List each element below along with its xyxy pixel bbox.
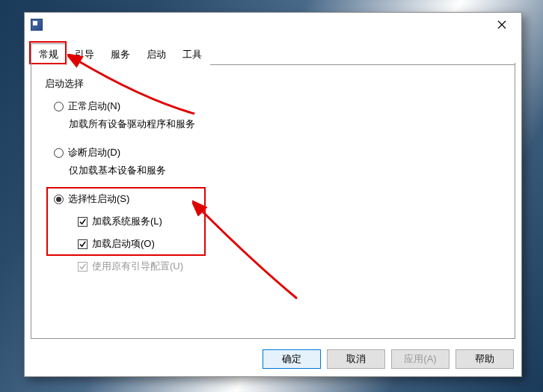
titlebar bbox=[25, 13, 521, 37]
radio-icon bbox=[54, 148, 64, 158]
button-label: 取消 bbox=[346, 352, 366, 366]
button-label: 确定 bbox=[282, 352, 301, 366]
content-area: 常规 引导 服务 启动 工具 启动选择 正常启动(N) 加载所有设备驱动程序和服… bbox=[31, 43, 515, 339]
checkbox-label: 加载启动项(O) bbox=[92, 237, 155, 251]
checkbox-load-system-services[interactable]: 加载系统服务(L) bbox=[78, 215, 504, 228]
tab-label: 启动 bbox=[147, 49, 166, 60]
tab-services[interactable]: 服务 bbox=[102, 43, 138, 65]
radio-label: 正常启动(N) bbox=[68, 99, 120, 113]
tab-panel-general: 启动选择 正常启动(N) 加载所有设备驱动程序和服务 诊断启动(D) 仅加载基本… bbox=[31, 63, 515, 339]
checkbox-use-original-boot: 使用原有引导配置(U) bbox=[78, 260, 504, 273]
checkbox-load-startup-items[interactable]: 加载启动项(O) bbox=[78, 237, 504, 251]
cancel-button[interactable]: 取消 bbox=[327, 349, 385, 369]
close-button[interactable] bbox=[485, 14, 518, 35]
diagnostic-startup-desc: 仅加载基本设备和服务 bbox=[69, 164, 504, 177]
checkbox-label: 使用原有引导配置(U) bbox=[92, 260, 183, 273]
tab-label: 工具 bbox=[182, 49, 202, 60]
tab-label: 常规 bbox=[39, 49, 58, 60]
radio-label: 选择性启动(S) bbox=[68, 192, 129, 206]
radio-diagnostic-startup[interactable]: 诊断启动(D) bbox=[54, 146, 504, 159]
checkbox-label: 加载系统服务(L) bbox=[92, 215, 162, 228]
app-icon bbox=[31, 19, 43, 31]
normal-startup-desc: 加载所有设备驱动程序和服务 bbox=[69, 117, 504, 131]
group-title: 启动选择 bbox=[42, 78, 87, 89]
radio-label: 诊断启动(D) bbox=[68, 146, 120, 159]
button-label: 应用(A) bbox=[404, 352, 436, 366]
radio-icon bbox=[54, 195, 64, 204]
ok-button[interactable]: 确定 bbox=[263, 349, 321, 369]
dialog-button-row: 确定 取消 应用(A) 帮助 bbox=[25, 349, 514, 369]
tab-boot[interactable]: 引导 bbox=[67, 43, 102, 65]
tab-strip: 常规 引导 服务 启动 工具 bbox=[31, 43, 515, 65]
apply-button: 应用(A) bbox=[391, 349, 450, 369]
tab-startup[interactable]: 启动 bbox=[138, 43, 174, 65]
checkbox-icon bbox=[78, 239, 88, 249]
tab-label: 引导 bbox=[75, 49, 94, 60]
radio-icon bbox=[54, 102, 64, 111]
checkbox-icon bbox=[78, 262, 88, 272]
radio-selective-startup[interactable]: 选择性启动(S) bbox=[54, 192, 504, 206]
checkbox-icon bbox=[78, 217, 88, 227]
radio-normal-startup[interactable]: 正常启动(N) bbox=[54, 99, 504, 113]
help-button[interactable]: 帮助 bbox=[455, 349, 514, 369]
button-label: 帮助 bbox=[475, 352, 494, 366]
tab-tools[interactable]: 工具 bbox=[174, 43, 210, 65]
msconfig-dialog: 常规 引导 服务 启动 工具 启动选择 正常启动(N) 加载所有设备驱动程序和服… bbox=[24, 12, 522, 377]
startup-selection-group: 启动选择 正常启动(N) 加载所有设备驱动程序和服务 诊断启动(D) 仅加载基本… bbox=[42, 76, 504, 273]
tab-general[interactable]: 常规 bbox=[31, 43, 67, 65]
tab-label: 服务 bbox=[111, 49, 130, 60]
close-icon bbox=[497, 20, 506, 29]
